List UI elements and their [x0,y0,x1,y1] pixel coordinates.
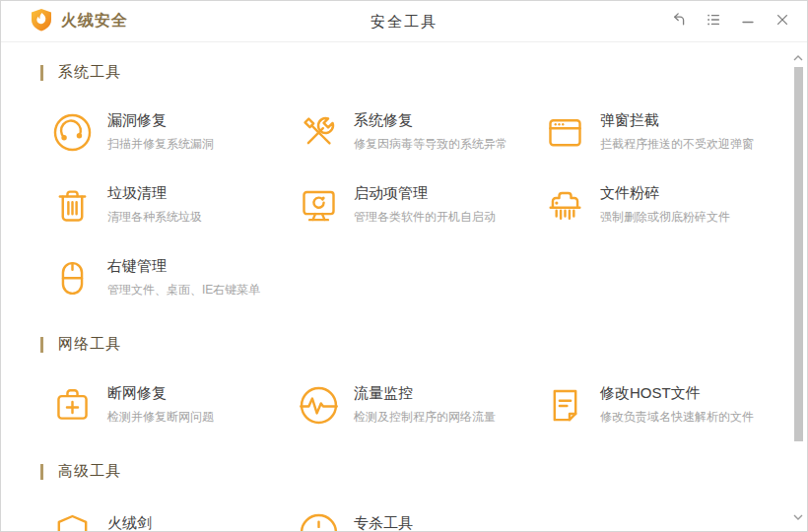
back-arrow-icon [671,12,687,32]
file-shredder-icon [543,183,587,228]
minimize-icon [740,12,756,32]
tool-item-traffic-monitor[interactable]: 流量监控 检测及控制程序的网络流量 [297,376,543,433]
tool-item-startup-manager[interactable]: 启动项管理 管理各类软件的开机自启动 [297,176,543,233]
minimize-button[interactable] [730,7,765,36]
section-accent-bar [40,337,43,353]
section-accent-bar [40,65,43,81]
tool-text: 右键管理 管理文件、桌面、IE右键菜单 [107,257,260,299]
huorong-logo-icon [31,8,52,35]
tool-desc: 管理文件、桌面、IE右键菜单 [107,282,260,299]
popup-block-icon [543,110,587,155]
scrollbar[interactable] [790,43,806,530]
back-button[interactable] [661,7,696,36]
tool-item-file-shredder[interactable]: 文件粉碎 强制删除或彻底粉碎文件 [543,176,807,233]
tool-item-context-menu-manager[interactable]: 右键管理 管理文件、桌面、IE右键菜单 [50,249,297,306]
section-title: 网络工具 [58,335,121,354]
tool-title: 火绒剑 [107,514,152,532]
tool-desc: 清理各种系统垃圾 [107,209,202,226]
traffic-monitor-icon [297,383,341,428]
tool-item-network-fix[interactable]: 断网修复 检测并修复断网问题 [50,376,297,433]
tool-title: 流量监控 [354,384,496,403]
tool-item-junk-clean[interactable]: 垃圾清理 清理各种系统垃圾 [50,176,297,233]
tool-desc: 修复因病毒等导致的系统异常 [354,136,507,153]
tool-text: 修改HOST文件 修改负责域名快速解析的文件 [600,384,754,426]
tool-title: 弹窗拦截 [600,111,754,130]
startup-manager-icon [297,183,341,228]
tool-desc: 管理各类软件的开机自启动 [354,209,496,226]
section-header: 网络工具 [40,334,807,355]
special-kill-icon [297,510,341,532]
task-list-icon [706,12,721,32]
tool-text: 垃圾清理 清理各种系统垃圾 [107,184,202,226]
tools-page: 系统工具 漏洞修复 扫描并修复系统漏洞 系统修复 修复因病毒等导致的系统异常 弹… [1,42,807,532]
tool-desc: 扫描并修复系统漏洞 [107,136,214,153]
tool-text: 流量监控 检测及控制程序的网络流量 [354,384,496,426]
tool-desc: 拦截程序推送的不受欢迎弹窗 [600,136,754,153]
tool-text: 专杀工具 [354,514,413,532]
huorong-sword-icon [50,510,95,532]
menu-button[interactable] [696,7,730,36]
section-高级工具: 高级工具 火绒剑 专杀工具 [1,461,807,532]
scrollbar-thumb[interactable] [794,67,803,441]
tool-text: 系统修复 修复因病毒等导致的系统异常 [354,111,507,153]
tool-desc: 强制删除或彻底粉碎文件 [600,209,730,226]
title-bar: 火绒安全 安全工具 [1,1,807,42]
section-系统工具: 系统工具 漏洞修复 扫描并修复系统漏洞 系统修复 修复因病毒等导致的系统异常 弹… [1,62,807,306]
tool-title: 断网修复 [107,384,214,403]
scroll-down-button[interactable] [790,510,806,524]
scroll-up-button[interactable] [790,51,806,65]
tool-item-huorong-sword[interactable]: 火绒剑 [50,503,297,532]
tool-title: 文件粉碎 [600,184,730,203]
system-repair-icon [297,110,341,155]
app-window: 火绒安全 安全工具 [0,0,808,532]
app-brand: 火绒安全 [31,8,128,35]
close-button[interactable] [765,7,799,36]
tool-desc: 检测及控制程序的网络流量 [354,409,496,426]
host-file-icon [543,383,587,428]
section-tools: 断网修复 检测并修复断网问题 流量监控 检测及控制程序的网络流量 修改HOST文… [50,376,807,433]
vulnerability-fix-icon [50,110,95,155]
tool-text: 弹窗拦截 拦截程序推送的不受欢迎弹窗 [600,111,754,153]
tool-text: 启动项管理 管理各类软件的开机自启动 [354,184,496,226]
tool-title: 启动项管理 [354,184,496,203]
tool-title: 右键管理 [107,257,260,276]
window-controls [661,7,799,36]
tool-text: 火绒剑 [107,514,152,532]
close-icon [774,12,790,32]
tool-title: 漏洞修复 [107,111,214,130]
tool-desc: 检测并修复断网问题 [107,409,214,426]
tool-item-vulnerability-fix[interactable]: 漏洞修复 扫描并修复系统漏洞 [50,103,297,161]
tool-desc: 修改负责域名快速解析的文件 [600,409,754,426]
section-网络工具: 网络工具 断网修复 检测并修复断网问题 流量监控 检测及控制程序的网络流量 修改… [1,334,807,433]
tool-title: 专杀工具 [354,514,413,532]
tool-item-system-repair[interactable]: 系统修复 修复因病毒等导致的系统异常 [297,103,543,161]
section-title: 系统工具 [58,63,121,82]
app-name: 火绒安全 [61,11,128,32]
junk-clean-icon [50,183,95,228]
tool-title: 垃圾清理 [107,184,202,203]
tool-text: 文件粉碎 强制删除或彻底粉碎文件 [600,184,730,226]
tool-title: 修改HOST文件 [600,384,754,403]
tool-title: 系统修复 [354,111,507,130]
tool-text: 漏洞修复 扫描并修复系统漏洞 [107,111,214,153]
tool-item-popup-block[interactable]: 弹窗拦截 拦截程序推送的不受欢迎弹窗 [543,103,807,161]
network-repair-icon [50,383,95,428]
section-accent-bar [40,464,43,480]
section-tools: 火绒剑 专杀工具 [50,503,807,532]
section-header: 系统工具 [40,62,807,83]
section-title: 高级工具 [58,462,121,481]
tool-item-special-kill[interactable]: 专杀工具 [297,503,543,532]
section-header: 高级工具 [40,461,807,482]
right-click-menu-icon [50,256,95,300]
tool-text: 断网修复 检测并修复断网问题 [107,384,214,426]
tool-item-host-file[interactable]: 修改HOST文件 修改负责域名快速解析的文件 [543,376,807,433]
section-tools: 漏洞修复 扫描并修复系统漏洞 系统修复 修复因病毒等导致的系统异常 弹窗拦截 拦… [50,103,807,306]
